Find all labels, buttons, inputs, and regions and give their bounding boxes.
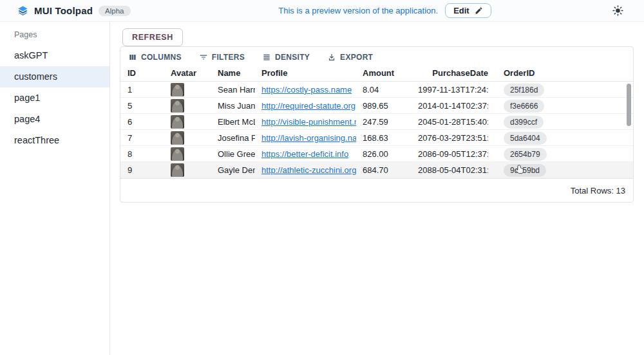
theme-toggle-button[interactable] — [612, 5, 623, 16]
avatar — [171, 131, 184, 145]
sidebar-nav: askGPT customers page1 page4 reactThree — [0, 45, 109, 151]
profile-link[interactable]: https://costly-pass.name — [261, 85, 352, 95]
column-header-orderid[interactable]: OrderID — [488, 68, 617, 78]
table-row[interactable]: 7 Josefina P... http://lavish-organising… — [120, 130, 633, 146]
column-header-name[interactable]: Name — [211, 68, 255, 78]
preview-banner: This is a preview version of the applica… — [174, 3, 596, 18]
order-id-chip[interactable]: 25f186d — [504, 84, 544, 96]
density-button-label: DENSITY — [275, 53, 310, 62]
sun-icon — [612, 5, 623, 16]
cell-id: 5 — [120, 101, 164, 111]
data-grid: COLUMNS FILTERS DENSITY EXPORT — [120, 46, 634, 203]
total-rows-label: Total Rows: 13 — [571, 186, 625, 196]
table-row[interactable]: 1 Sean Harris https://costly-pass.name 8… — [120, 82, 633, 98]
edit-button[interactable]: Edit — [445, 3, 491, 18]
filters-button[interactable]: FILTERS — [199, 53, 245, 62]
vertical-scrollbar[interactable] — [627, 84, 631, 126]
cell-order-id: 2654b79 — [488, 149, 617, 159]
cell-avatar-wrap — [164, 163, 211, 177]
table-row[interactable]: 8 Ollie Green... https://better-deficit.… — [120, 146, 633, 162]
cell-order-id: 9dc59bd — [488, 165, 617, 175]
cell-name: Gayle Den... — [211, 165, 255, 175]
sidebar-item-askgpt[interactable]: askGPT — [0, 45, 109, 66]
cell-amount: 247.59 — [356, 117, 418, 127]
column-header-avatar[interactable]: Avatar — [164, 68, 211, 78]
grid-footer: Total Rows: 13 — [120, 178, 633, 202]
order-id-chip[interactable]: 2654b79 — [504, 148, 547, 161]
cell-purchase-date: 2076-03-29T23:51:07.968Z — [418, 133, 488, 143]
avatar — [171, 163, 184, 177]
column-header-purchasedate[interactable]: PurchaseDate — [418, 68, 488, 78]
cell-order-id: 5da6404 — [488, 133, 617, 143]
order-id-chip[interactable]: 5da6404 — [504, 132, 547, 145]
page-content: REFRESH COLUMNS FILTERS DENSITY — [110, 22, 644, 355]
cell-id: 1 — [120, 85, 164, 95]
density-button[interactable]: DENSITY — [262, 53, 310, 62]
cell-purchase-date: 1997-11-13T17:24:11.769Z — [418, 85, 488, 95]
profile-link[interactable]: http://required-statute.org — [261, 101, 355, 111]
cell-purchase-date: 2014-01-14T02:37:28.536Z — [418, 101, 488, 111]
avatar — [171, 83, 184, 96]
cell-profile: http://visible-punishment.net — [255, 117, 356, 127]
table-body: 1 Sean Harris https://costly-pass.name 8… — [120, 82, 633, 178]
cell-profile: http://athletic-zucchini.org — [255, 165, 356, 175]
cell-id: 7 — [120, 133, 164, 143]
columns-button-label: COLUMNS — [141, 53, 182, 62]
preview-text: This is a preview version of the applica… — [278, 6, 438, 15]
table-row[interactable]: 6 Elbert McL... http://visible-punishmen… — [120, 114, 633, 130]
order-id-chip[interactable]: d399ccf — [504, 116, 544, 129]
cell-order-id: f3e6666 — [488, 101, 617, 111]
order-id-chip[interactable]: 9dc59bd — [504, 164, 546, 177]
column-header-profile[interactable]: Profile — [255, 68, 356, 78]
order-id-chip[interactable]: f3e6666 — [504, 100, 544, 113]
column-header-amount[interactable]: Amount — [356, 68, 418, 78]
columns-button[interactable]: COLUMNS — [128, 53, 182, 62]
table-row[interactable]: 5 Miss Juan ... http://required-statute.… — [120, 98, 633, 114]
cell-name: Ollie Green... — [211, 149, 255, 159]
column-headers: ID Avatar Name Profile Amount PurchaseDa… — [120, 65, 633, 82]
cell-amount: 826.00 — [356, 149, 418, 159]
cell-purchase-date: 2088-05-04T02:31:03.294Z — [418, 165, 488, 175]
avatar — [171, 115, 184, 129]
sidebar: Pages askGPT customers page1 page4 react… — [0, 22, 110, 355]
profile-link[interactable]: https://better-deficit.info — [261, 149, 348, 159]
profile-link[interactable]: http://lavish-organising.name — [261, 133, 356, 143]
profile-link[interactable]: http://visible-punishment.net — [261, 117, 356, 127]
table-row[interactable]: 9 Gayle Den... http://athletic-zucchini.… — [120, 162, 633, 178]
cell-profile: http://required-statute.org — [255, 101, 356, 111]
topbar-actions — [596, 5, 644, 16]
sidebar-item-customers[interactable]: customers — [0, 66, 109, 87]
sidebar-section-label: Pages — [0, 22, 109, 45]
cell-avatar-wrap — [164, 83, 211, 96]
filters-button-label: FILTERS — [212, 53, 245, 62]
view-column-icon — [128, 53, 137, 62]
avatar — [171, 147, 184, 161]
cell-amount: 684.70 — [356, 165, 418, 175]
edit-button-label: Edit — [453, 6, 469, 15]
cell-profile: https://costly-pass.name — [255, 85, 356, 95]
alpha-badge: Alpha — [99, 6, 130, 16]
cell-amount: 168.63 — [356, 133, 418, 143]
cell-name: Sean Harris — [211, 85, 255, 95]
cell-avatar-wrap — [164, 115, 211, 129]
cell-id: 6 — [120, 117, 164, 127]
column-header-id[interactable]: ID — [120, 68, 164, 78]
cell-avatar-wrap — [164, 99, 211, 113]
cell-order-id: 25f186d — [488, 85, 617, 95]
cell-id: 9 — [120, 165, 164, 175]
profile-link[interactable]: http://athletic-zucchini.org — [261, 165, 356, 175]
cell-name: Josefina P... — [211, 133, 255, 143]
cell-amount: 8.04 — [356, 85, 418, 95]
download-icon — [327, 53, 336, 62]
sidebar-item-page4[interactable]: page4 — [0, 109, 109, 130]
density-lines-icon — [262, 53, 271, 62]
sidebar-item-reactthree[interactable]: reactThree — [0, 130, 109, 151]
top-bar: MUI Toolpad Alpha This is a preview vers… — [0, 0, 644, 22]
brand-area: MUI Toolpad Alpha — [0, 5, 174, 16]
export-button[interactable]: EXPORT — [327, 53, 373, 62]
cell-name: Miss Juan ... — [211, 101, 255, 111]
filter-list-icon — [199, 53, 208, 62]
sidebar-item-page1[interactable]: page1 — [0, 87, 109, 109]
refresh-button[interactable]: REFRESH — [122, 28, 183, 46]
cell-avatar-wrap — [164, 147, 211, 161]
